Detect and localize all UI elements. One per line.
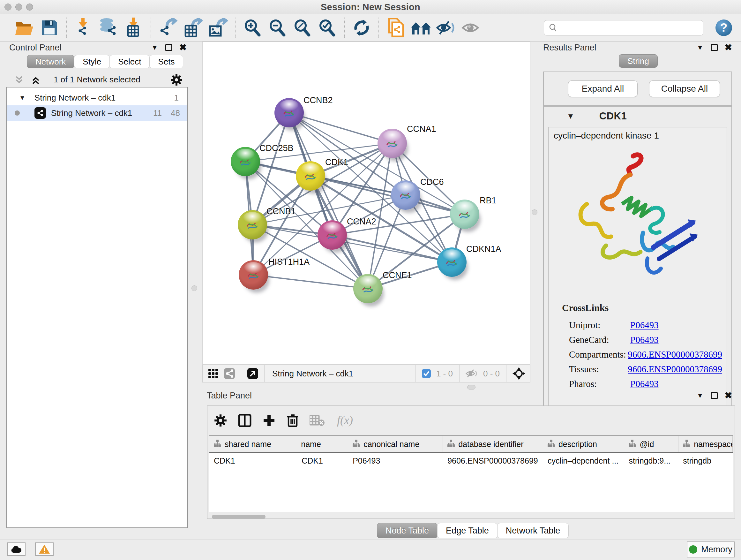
zoom-selected-button[interactable] — [315, 16, 340, 39]
warnings-button[interactable] — [35, 543, 54, 556]
function-builder-button[interactable]: f(x) — [336, 414, 356, 429]
table-toolbar: f(x) — [214, 411, 356, 432]
column-header--id[interactable]: @id — [624, 436, 678, 452]
left-splitter-handle[interactable] — [192, 286, 197, 291]
export-network-button[interactable] — [156, 16, 181, 39]
search-input[interactable] — [557, 21, 703, 34]
fit-selected-crosshair-icon[interactable] — [512, 367, 526, 380]
birdseye-grid-icon[interactable] — [208, 368, 219, 379]
import-network-from-database-button[interactable] — [96, 16, 121, 39]
export-table-button[interactable] — [181, 16, 205, 39]
network-options-gear-icon[interactable] — [170, 73, 183, 86]
zoom-in-button[interactable] — [240, 16, 265, 39]
column-header-description[interactable]: description — [543, 436, 624, 452]
crosslink-link[interactable]: 9606.ENSP00000378699 — [628, 349, 722, 360]
network-overview-icon[interactable] — [224, 368, 235, 379]
network-collection-row[interactable]: ▼ String Network – cdk1 1 — [7, 90, 187, 105]
table-row[interactable]: CDK1CDK1P064939606.ENSP00000378699cyclin… — [209, 453, 733, 469]
crosslink-link[interactable]: P06493 — [630, 334, 659, 345]
node-RB1[interactable] — [450, 199, 479, 229]
cloud-button[interactable] — [7, 543, 25, 556]
node-HIST1H1A[interactable] — [239, 260, 268, 290]
crosslink-link[interactable]: P06493 — [630, 320, 659, 330]
collection-disclosure-icon[interactable]: ▼ — [19, 94, 25, 102]
panel-menu-icon[interactable]: ▼ — [697, 44, 704, 52]
panel-float-icon[interactable] — [711, 44, 718, 51]
node-CCNB1[interactable] — [238, 210, 267, 240]
node-CCNA1[interactable] — [378, 129, 407, 158]
zoom-fit-content-button[interactable] — [290, 16, 315, 39]
search-box[interactable] — [544, 20, 703, 36]
horizontal-splitter-handle[interactable] — [467, 385, 475, 389]
right-splitter-handle[interactable] — [532, 209, 537, 215]
table-cell[interactable]: P06493 — [348, 453, 443, 469]
tab-network-table[interactable]: Network Table — [497, 523, 569, 538]
hidden-eye-icon[interactable] — [465, 368, 478, 379]
table-cell[interactable]: stringdb — [678, 453, 733, 469]
column-header-canonical-name[interactable]: canonical name — [348, 436, 443, 452]
clone-network-button[interactable] — [384, 16, 408, 39]
export-image-button[interactable] — [205, 16, 230, 39]
delete-column-button[interactable] — [286, 414, 299, 429]
panel-close-icon[interactable]: ✖ — [179, 44, 187, 51]
tab-select[interactable]: Select — [110, 55, 150, 68]
zoom-out-button[interactable] — [265, 16, 290, 39]
toolbar-icon-groups — [12, 16, 483, 39]
detach-view-icon[interactable] — [247, 368, 259, 379]
open-session-button[interactable] — [12, 16, 37, 39]
import-table-button[interactable] — [121, 16, 146, 39]
node-CDC6[interactable] — [391, 180, 420, 210]
table-cell[interactable]: 9606.ENSP00000378699 — [443, 453, 543, 469]
create-column-button[interactable] — [262, 414, 276, 428]
crosslink-link[interactable]: 9606.ENSP00000378699 — [628, 364, 722, 374]
show-all-button[interactable] — [458, 16, 483, 39]
edge-CCNB2-CCNA1[interactable] — [289, 113, 392, 143]
save-session-button[interactable] — [37, 16, 62, 39]
memory-button[interactable]: Memory — [687, 542, 735, 557]
panel-float-icon[interactable] — [711, 392, 718, 399]
table-cell[interactable]: cyclin–dependent ... — [543, 453, 624, 469]
node-CCNB2[interactable] — [274, 98, 304, 127]
help-button[interactable]: ? — [716, 19, 732, 36]
network-view-canvas[interactable]: CCNB2 CCNA1 CDC25B CDK1 CDC6 RB1 CCNB1 C… — [202, 42, 530, 365]
panel-close-icon[interactable]: ✖ — [725, 392, 732, 399]
collapse-all-button[interactable]: Collapse All — [649, 80, 720, 97]
panel-menu-icon[interactable]: ▼ — [697, 391, 704, 400]
hide-selected-button[interactable] — [433, 16, 458, 39]
column-header-database-identifier[interactable]: database identifier — [443, 436, 543, 452]
node-CCNA2[interactable] — [318, 220, 347, 250]
table-cell[interactable]: stringdb:9... — [624, 453, 678, 469]
table-hscrollbar[interactable] — [209, 515, 733, 519]
crosslink-link[interactable]: P06493 — [630, 379, 659, 389]
delete-table-button[interactable] — [310, 415, 325, 428]
import-network-button[interactable] — [71, 16, 96, 39]
expand-all-button[interactable]: Expand All — [568, 80, 637, 97]
table-settings-button[interactable] — [214, 414, 227, 428]
show-columns-button[interactable] — [238, 414, 252, 428]
node-CDKN1A[interactable] — [437, 247, 467, 277]
column-header-shared-name[interactable]: shared name — [209, 436, 297, 452]
scrollbar-thumb[interactable] — [212, 515, 266, 519]
tab-node-table[interactable]: Node Table — [377, 523, 437, 538]
tab-style[interactable]: Style — [74, 55, 110, 68]
column-header-name[interactable]: name — [297, 436, 348, 452]
apply-preferred-layout-button[interactable] — [349, 16, 374, 39]
network-row-selected[interactable]: String Network – cdk1 11 48 — [7, 105, 187, 121]
panel-close-icon[interactable]: ✖ — [725, 44, 732, 51]
node-CCNE1[interactable] — [353, 274, 383, 303]
table-cell[interactable]: CDK1 — [209, 453, 297, 469]
tab-network[interactable]: Network — [27, 55, 74, 68]
results-tab-string[interactable]: String — [619, 54, 658, 68]
tab-sets[interactable]: Sets — [149, 55, 183, 68]
first-neighbors-button[interactable] — [408, 16, 433, 39]
table-cell[interactable]: CDK1 — [297, 453, 348, 469]
edge-HIST1H1A-CCNE1[interactable] — [253, 275, 368, 289]
panel-float-icon[interactable] — [165, 44, 172, 51]
panel-menu-icon[interactable]: ▼ — [151, 44, 158, 52]
node-CDC25B[interactable] — [231, 147, 260, 176]
tab-edge-table[interactable]: Edge Table — [437, 523, 497, 538]
selected-checkbox-icon[interactable] — [421, 369, 431, 378]
gene-disclosure-icon[interactable]: ▼ — [567, 112, 575, 121]
column-header-namespace[interactable]: namespace — [678, 436, 733, 452]
node-CDK1[interactable] — [296, 161, 325, 191]
